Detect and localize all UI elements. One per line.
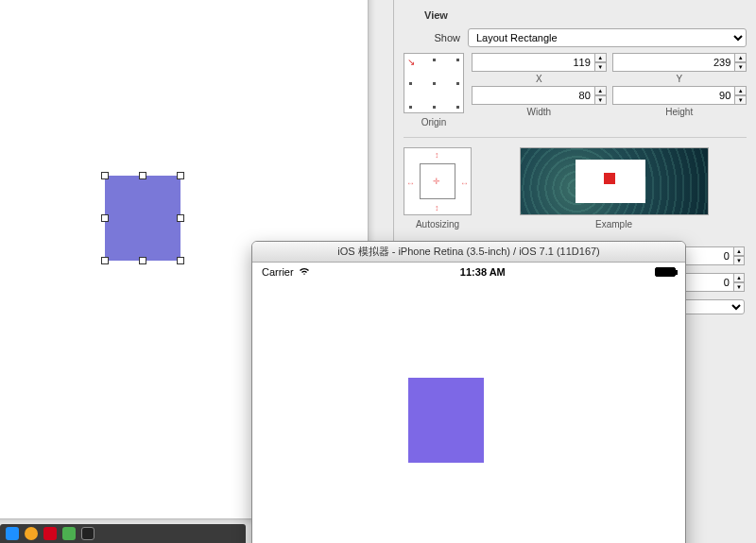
autosizing-example	[520, 147, 709, 215]
show-label: Show	[404, 32, 460, 43]
origin-anchor-widget[interactable]: ↘	[404, 53, 464, 113]
simulator-view-square	[408, 378, 484, 463]
x-stepper[interactable]: ▲▼	[594, 53, 607, 72]
simulator-window[interactable]: iOS 模拟器 - iPhone Retina (3.5-inch) / iOS…	[251, 241, 686, 543]
resize-handle-bottom-right[interactable]	[177, 257, 184, 264]
resize-handle-top-left[interactable]	[101, 172, 109, 179]
x-label: X	[472, 74, 607, 84]
dock	[0, 524, 246, 543]
y-field[interactable]	[612, 53, 735, 72]
dock-app-icon[interactable]	[43, 527, 57, 540]
x-field[interactable]	[472, 53, 594, 72]
resize-handle-mid-right[interactable]	[177, 214, 184, 222]
stepper-down-icon[interactable]: ▼	[733, 282, 745, 292]
width-stepper[interactable]: ▲▼	[594, 86, 607, 105]
autosizing-strut-icon[interactable]: ↕	[435, 150, 439, 160]
stepper-down-icon[interactable]: ▼	[734, 95, 747, 105]
simulator-titlebar[interactable]: iOS 模拟器 - iPhone Retina (3.5-inch) / iOS…	[252, 242, 685, 263]
stepper-up-icon[interactable]: ▲	[733, 273, 745, 282]
simulator-content	[252, 281, 685, 543]
width-field[interactable]	[472, 86, 594, 105]
y-stepper[interactable]: ▲▼	[734, 53, 747, 72]
stepper-down-icon[interactable]: ▼	[594, 62, 607, 72]
divider	[404, 137, 747, 138]
resize-handle-top-mid[interactable]	[139, 172, 146, 179]
dock-app-icon[interactable]	[62, 527, 76, 540]
dock-app-icon[interactable]	[25, 527, 38, 540]
height-stepper[interactable]: ▲▼	[734, 86, 747, 105]
origin-arrow-icon: ↘	[407, 57, 415, 67]
height-field[interactable]	[612, 86, 735, 105]
y-label: Y	[612, 74, 747, 84]
autosizing-spring-icon[interactable]: ✛	[433, 177, 440, 186]
stepper-down-icon[interactable]: ▼	[734, 62, 747, 72]
autosizing-strut-icon[interactable]: ↔	[406, 178, 415, 188]
show-dropdown[interactable]: Layout Rectangle	[468, 28, 747, 47]
resize-handle-bottom-mid[interactable]	[139, 257, 146, 264]
stepper-up-icon[interactable]: ▲	[734, 53, 747, 62]
simulator-statusbar: Carrier 11:38 AM	[252, 263, 685, 281]
wifi-icon	[298, 266, 311, 278]
stepper-up-icon[interactable]: ▲	[734, 86, 747, 95]
width-label: Width	[472, 107, 607, 117]
example-label: Example	[595, 219, 632, 229]
origin-label: Origin	[404, 117, 464, 127]
ib-selected-view[interactable]	[105, 176, 180, 261]
stepper-up-icon[interactable]: ▲	[733, 246, 745, 256]
extra-stepper-1[interactable]: ▲▼	[733, 246, 745, 265]
dock-terminal-icon[interactable]	[81, 527, 94, 540]
stepper-up-icon[interactable]: ▲	[594, 53, 607, 62]
battery-icon	[655, 267, 676, 277]
autosizing-label: Autosizing	[416, 219, 459, 229]
stepper-down-icon[interactable]: ▼	[594, 95, 607, 105]
dock-finder-icon[interactable]	[6, 527, 19, 540]
resize-handle-bottom-left[interactable]	[101, 257, 109, 264]
inspector-section-title: View	[424, 9, 747, 21]
resize-handle-top-right[interactable]	[177, 172, 184, 179]
autosizing-widget[interactable]: ↕ ↕ ↔ ↔ ✛	[404, 147, 472, 215]
extra-stepper-2[interactable]: ▲▼	[733, 273, 745, 292]
simulator-title: iOS 模拟器 - iPhone Retina (3.5-inch) / iOS…	[337, 245, 600, 259]
height-label: Height	[612, 107, 747, 117]
example-view	[604, 173, 615, 184]
resize-handle-mid-left[interactable]	[101, 214, 109, 222]
autosizing-strut-icon[interactable]: ↕	[435, 203, 439, 212]
statusbar-time: 11:38 AM	[460, 266, 506, 278]
carrier-label: Carrier	[262, 266, 294, 278]
autosizing-strut-icon[interactable]: ↔	[460, 178, 469, 188]
stepper-down-icon[interactable]: ▼	[733, 256, 745, 265]
stepper-up-icon[interactable]: ▲	[594, 86, 607, 95]
